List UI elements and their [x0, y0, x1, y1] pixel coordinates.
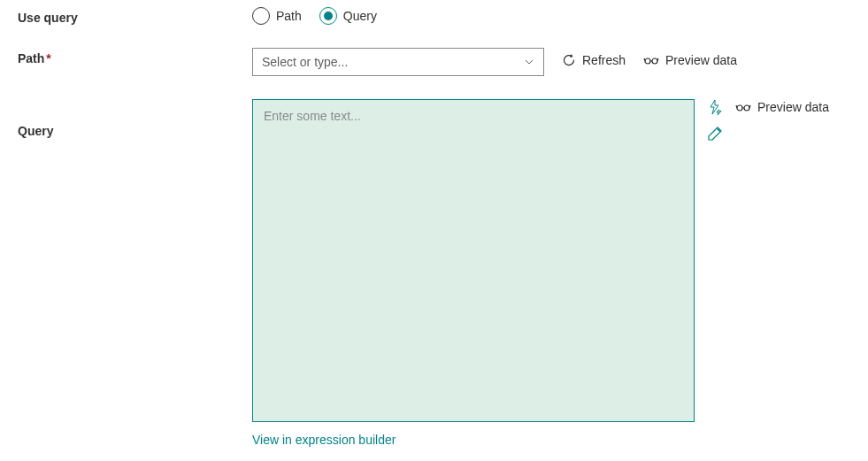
- refresh-icon: [562, 53, 576, 67]
- svg-point-0: [645, 58, 650, 64]
- path-select[interactable]: Select or type...: [252, 48, 544, 76]
- label-path-text: Path: [18, 51, 44, 65]
- use-query-controls: Path Query: [252, 7, 850, 25]
- radio-query-label: Query: [343, 9, 377, 23]
- radio-path-label: Path: [276, 9, 302, 23]
- path-select-placeholder: Select or type...: [262, 55, 348, 69]
- preview-data-query-button[interactable]: Preview data: [735, 100, 829, 114]
- svg-point-2: [737, 105, 742, 111]
- preview-data-path-label: Preview data: [665, 53, 737, 67]
- query-side-actions: Preview data: [707, 99, 829, 142]
- required-asterisk: *: [46, 51, 50, 65]
- lightning-button[interactable]: [707, 99, 723, 115]
- query-side-row-2: [707, 126, 829, 142]
- refresh-button[interactable]: Refresh: [562, 48, 626, 67]
- label-query: Query: [18, 99, 252, 138]
- lightning-icon: [707, 99, 723, 115]
- radio-path[interactable]: Path: [252, 7, 302, 25]
- refresh-label: Refresh: [582, 53, 626, 67]
- edit-button[interactable]: [707, 126, 723, 142]
- radio-circle-icon: [252, 7, 270, 25]
- glasses-icon: [643, 54, 659, 66]
- preview-data-path-button[interactable]: Preview data: [643, 48, 737, 67]
- preview-data-query-label: Preview data: [757, 100, 829, 114]
- path-controls: Select or type... Refresh Preview data: [252, 48, 850, 76]
- svg-point-1: [652, 58, 657, 64]
- chevron-down-icon: [524, 57, 534, 67]
- row-use-query: Use query Path Query: [18, 7, 850, 25]
- glasses-icon: [735, 101, 751, 113]
- radio-query[interactable]: Query: [319, 7, 377, 25]
- query-textarea[interactable]: [252, 99, 695, 422]
- query-controls: Preview data: [252, 99, 850, 422]
- use-query-radio-group: Path Query: [252, 7, 377, 25]
- expression-builder-link[interactable]: View in expression builder: [252, 433, 850, 447]
- svg-point-3: [744, 105, 749, 111]
- label-path: Path*: [18, 48, 252, 65]
- row-query: Query Preview data: [18, 99, 850, 422]
- pencil-icon: [707, 126, 723, 142]
- query-side-row-1: Preview data: [707, 99, 829, 115]
- radio-circle-selected-icon: [319, 7, 337, 25]
- row-path: Path* Select or type... Refresh Preview …: [18, 48, 850, 76]
- label-use-query: Use query: [18, 7, 252, 25]
